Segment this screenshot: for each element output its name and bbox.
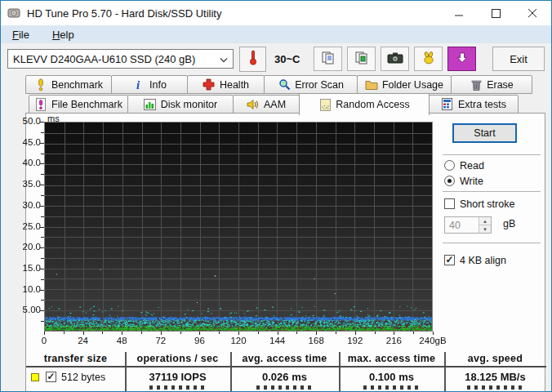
short-stroke-size-spinner[interactable]: 40 ▲ ▼ <box>444 216 492 234</box>
x-axis-tick <box>199 332 200 335</box>
exit-button[interactable]: Exit <box>492 47 545 71</box>
x-axis-tick <box>336 332 336 334</box>
x-axis-tick-label: 216 <box>376 336 412 345</box>
y-axis-tick <box>40 163 44 164</box>
download-button[interactable] <box>447 47 476 71</box>
start-button[interactable]: Start <box>452 123 517 143</box>
y-axis-tick-label: 45.0 <box>21 137 41 147</box>
clipped-row-fragment <box>149 385 207 390</box>
x-axis-tick-label: 24 <box>65 336 101 345</box>
close-button[interactable] <box>514 1 551 25</box>
random-access-tab-page: ms 50.045.040.035.030.025.020.015.010.05… <box>25 113 545 391</box>
y-axis-tick-label: 30.0 <box>21 200 41 210</box>
maximize-button[interactable] <box>478 1 514 25</box>
x-axis-tick <box>238 332 239 335</box>
info-icon: i <box>132 78 145 91</box>
write-radio[interactable] <box>444 176 455 186</box>
y-axis-tick <box>40 247 44 248</box>
x-axis-tick-label: 144 <box>260 336 296 345</box>
copy-image-button[interactable] <box>347 47 376 71</box>
align-checkbox[interactable] <box>444 255 455 265</box>
read-radio-row[interactable]: Read <box>444 159 484 172</box>
temperature-button[interactable] <box>239 47 266 72</box>
device-dropdown-value: KLEVV D240GAA-U610 SSD (240 gB) <box>13 53 220 65</box>
table-header-3: avg. access time <box>230 353 339 364</box>
save-results-button[interactable] <box>414 47 443 71</box>
tab-health[interactable]: Health <box>187 75 265 94</box>
y-axis-tick <box>40 269 44 270</box>
menu-item-help[interactable]: Help <box>49 28 78 42</box>
tab-file-benchmark[interactable]: File Benchmark <box>29 95 128 114</box>
x-axis-tick-label: 48 <box>104 336 140 345</box>
menu-item-file[interactable]: File <box>9 28 33 42</box>
screenshot-button[interactable] <box>381 47 409 71</box>
short-stroke-checkbox[interactable] <box>444 198 455 209</box>
copy-text-icon <box>321 51 336 68</box>
health-icon <box>203 78 216 91</box>
tab-label: Info <box>149 79 167 91</box>
table-value-3: 0.100 ms <box>339 371 444 383</box>
tab-disk-monitor[interactable]: Disk monitor <box>127 95 234 114</box>
y-axis-tick <box>41 174 44 175</box>
tab-label: Disk monitor <box>161 99 217 110</box>
minimize-button[interactable] <box>441 1 478 25</box>
tab-label: Folder Usage <box>382 79 443 91</box>
x-axis-tick-label: 120 <box>220 336 256 345</box>
y-axis-tick <box>41 237 44 238</box>
read-radio[interactable] <box>444 160 455 171</box>
tab-error-scan[interactable]: Error Scan <box>264 75 358 94</box>
thermometer-icon <box>247 49 260 69</box>
y-axis-tick-label: 25.0 <box>21 221 41 231</box>
x-axis-tick <box>375 332 376 334</box>
y-axis-tick-label: 20.0 <box>21 242 41 252</box>
x-axis-tick <box>296 332 297 334</box>
x-axis-tick-label: 168 <box>298 336 334 345</box>
spinner-up-icon[interactable]: ▲ <box>479 217 491 225</box>
table-header-underline <box>26 366 546 368</box>
y-axis-tick <box>41 132 44 133</box>
tab-label: Health <box>220 79 249 91</box>
table-value-4: 18.125 MB/s <box>444 371 546 383</box>
spinner-down-icon[interactable]: ▼ <box>479 225 491 233</box>
hard-disk-icon <box>7 7 20 20</box>
x-axis-tick-label: 0 <box>26 336 62 345</box>
tab-erase[interactable]: Erase <box>451 75 532 94</box>
toolbar: KLEVV D240GAA-U610 SSD (240 gB) 30~C Exi… <box>1 43 551 74</box>
series-color-marker <box>31 373 39 381</box>
device-dropdown[interactable]: KLEVV D240GAA-U610 SSD (240 gB) <box>7 49 234 69</box>
align-row[interactable]: 4 KB align <box>444 254 506 266</box>
tab-info[interactable]: iInfo <box>111 75 188 94</box>
tab-label: Error Scan <box>295 79 344 91</box>
folder-icon <box>365 79 378 91</box>
write-radio-row[interactable]: Write <box>444 175 483 187</box>
align-checkbox-label: 4 KB align <box>460 255 506 266</box>
tab-strip: BenchmarkiInfoHealthError ScanFolder Usa… <box>25 75 540 114</box>
x-axis-tick <box>258 332 259 334</box>
short-stroke-row[interactable]: Short stroke <box>444 198 514 210</box>
tab-label: Extra tests <box>458 99 506 110</box>
y-axis-tick <box>40 143 44 144</box>
extra-tests-icon <box>441 98 454 110</box>
clipped-row-fragment <box>467 385 524 390</box>
y-axis-tick-label: 15.0 <box>21 263 41 273</box>
clipped-row-fragment <box>363 385 421 390</box>
x-axis-tick <box>394 332 394 335</box>
transfer-size-checkbox[interactable] <box>46 372 56 382</box>
tab-benchmark[interactable]: Benchmark <box>25 75 112 94</box>
copy-text-button[interactable] <box>314 47 342 71</box>
x-axis-tick-label: 192 <box>337 336 373 345</box>
y-axis-tick <box>40 227 44 228</box>
tab-label: Erase <box>487 79 514 91</box>
x-axis-tick <box>180 332 181 334</box>
tab-extra-tests[interactable]: Extra tests <box>429 95 519 114</box>
y-axis-tick-label: 10.0 <box>21 284 41 294</box>
tab-folder-usage[interactable]: Folder Usage <box>357 75 452 94</box>
y-axis-tick-label: 5.00 <box>21 305 41 314</box>
table-header-5: avg. speed <box>444 353 546 364</box>
y-axis-tick-label: 50.0 <box>21 116 41 126</box>
x-axis-tick-label: 240gB <box>415 336 451 345</box>
tab-random-access[interactable]: Random Access <box>299 93 430 115</box>
tab-aam[interactable]: AAM <box>233 95 300 114</box>
error-scan-icon <box>278 78 291 91</box>
x-axis-tick-label: 96 <box>181 336 217 345</box>
